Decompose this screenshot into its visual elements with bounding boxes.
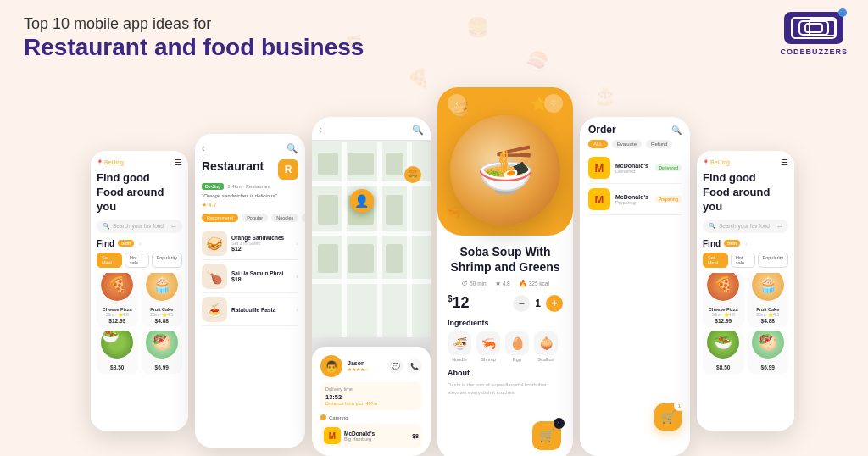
extra1-img-6: 🥗 xyxy=(703,331,744,363)
bg-decor-sushi: 🍣 xyxy=(526,51,548,73)
food-card-extra1-6[interactable]: 🥗 $8.50 xyxy=(703,331,744,374)
rest-item-img-pasta: 🍝 xyxy=(202,297,227,322)
ingr-egg-img: 🥚 xyxy=(505,331,529,355)
phones-container: BeiJing ☰ Find goodFood around you Searc… xyxy=(85,76,800,456)
tag-set-meal-6[interactable]: Set Meal xyxy=(703,253,728,268)
map-user-stars: ★★★★☆ xyxy=(348,366,383,372)
soba-ingredients: 🍜 Noodle 🦐 Shrimp 🥚 Egg 🧅 xyxy=(448,331,563,362)
tag-hot-sale-6[interactable]: Hot sale xyxy=(731,253,755,268)
order-tab-refund[interactable]: Refund xyxy=(646,140,672,148)
logo-text: CODEBUZZERS xyxy=(780,47,848,56)
header-subtitle: Top 10 mobile app ideas for xyxy=(24,15,364,33)
tag-popularity-1[interactable]: Popularity xyxy=(152,253,182,268)
salad-circle-1: 🥗 xyxy=(101,331,133,359)
tab-popular[interactable]: Popular xyxy=(242,214,268,222)
restaurant-back-btn[interactable]: ‹ xyxy=(202,142,205,154)
map-search-icon[interactable]: 🔍 xyxy=(412,125,424,136)
food-card-cake-1[interactable]: 🧁 Fruit Cake 20m · ⭐4.5 $4.88 xyxy=(142,273,183,327)
order-item-2[interactable]: M McDonald's Preparing · Preparing xyxy=(588,184,682,215)
phone-1: BeiJing ☰ Find goodFood around you Searc… xyxy=(91,151,188,431)
food-card-salad-1[interactable]: 🥗 $8.50 xyxy=(97,331,138,374)
order-header: Order 🔍 xyxy=(580,117,690,140)
restaurant-quote: "Orange sandwiches is delicious" xyxy=(195,193,305,198)
map-chat-btn[interactable]: 💬 xyxy=(388,359,403,374)
food-card-pizza-6[interactable]: 🍕 Cheese Pizza 50m · ⭐4.8 $12.99 xyxy=(703,273,744,327)
rest-item-name-pasta: Ratatouille Pasta xyxy=(231,307,292,313)
pizza-price-6: $12.99 xyxy=(703,318,744,324)
tag-set-meal-1[interactable]: Set Meal xyxy=(97,253,122,268)
order-item-sub-2: Preparing · xyxy=(615,200,650,205)
phone-4-content: ‹ ♡ 🍜 ⭐ 🦐 🍜 Soba Soup WithShrimp and Gre… xyxy=(437,87,573,456)
ingr-shrimp-name: Shrimp xyxy=(481,357,495,362)
status-badge-1: Delivered xyxy=(655,164,682,171)
map-back-btn[interactable]: ‹ xyxy=(319,124,322,136)
map-phone-btn[interactable]: 📞 xyxy=(407,359,422,374)
soba-back-btn[interactable]: ‹ xyxy=(448,94,466,113)
order-item-info-1: McDonald's Delivered · xyxy=(615,163,650,174)
location-1: BeiJing xyxy=(97,159,124,165)
food-card-pizza-1[interactable]: 🍕 Cheese Pizza 50m · ⭐4.8 $12.99 xyxy=(97,273,138,327)
phone-2-content: ‹ 🔍 Restaurant R Be-Jing 2.4km · Restaur… xyxy=(195,134,305,448)
salad-img-1: 🥗 xyxy=(97,331,138,363)
soba-cart-btn[interactable]: 🛒 1 xyxy=(532,421,561,450)
bowl-circle-1: 🥙 xyxy=(146,331,178,359)
soba-cart-count: 1 xyxy=(554,418,565,429)
salad-price-1: $8.50 xyxy=(97,364,138,370)
food-card-cake-6[interactable]: 🧁 Fruit Cake 20m · ⭐4.5 $4.88 xyxy=(748,273,789,327)
map-bottom-card: 👨 Jason ★★★★☆ 💬 📞 Delivery time 13:52 xyxy=(312,347,431,456)
soba-bowl-img: 🍜 xyxy=(450,115,560,225)
qty-decrease-btn[interactable]: − xyxy=(513,295,530,312)
find-row-1: Find 5km › xyxy=(97,239,182,248)
soba-price: $12 xyxy=(448,294,470,312)
order-tab-all[interactable]: ALL xyxy=(588,140,608,148)
order-tabs: ALL Evaluate Refund xyxy=(580,140,690,148)
cake-circle-1: 🧁 xyxy=(146,273,178,301)
phone-1-content: BeiJing ☰ Find goodFood around you Searc… xyxy=(91,151,188,431)
menu-icon-6[interactable]: ☰ xyxy=(781,158,788,167)
map-user-info: Jason ★★★★☆ xyxy=(348,360,383,372)
food-extra-row-6: 🥗 $8.50 🥙 $6.99 xyxy=(703,331,788,374)
rest-item-name-sai: Sai Ua Samun Phrai xyxy=(231,270,292,276)
restaurant-search-icon[interactable]: 🔍 xyxy=(287,143,298,154)
order-list: M McDonald's Delivered · Delivered M McD… xyxy=(580,153,690,215)
qty-increase-btn[interactable]: + xyxy=(546,295,563,312)
restaurant-initial: R xyxy=(278,159,298,180)
tag-hot-sale-1[interactable]: Hot sale xyxy=(125,253,149,268)
search-bar-1[interactable]: Search your fav food ⇄ xyxy=(97,220,182,233)
map-user-row: 👨 Jason ★★★★☆ 💬 📞 xyxy=(320,355,422,377)
cake-img-6: 🧁 xyxy=(748,273,789,305)
menu-icon-1[interactable]: ☰ xyxy=(175,158,182,167)
rest-item-orange[interactable]: 🥪 Orange Sandwiches Set 1 in Sales $12 › xyxy=(202,227,298,260)
filter-icon-1: ⇄ xyxy=(171,223,176,230)
rest-item-info-sai: Sai Ua Samun Phrai $18 xyxy=(231,270,292,282)
tab-pizza[interactable]: Pizza xyxy=(302,214,305,222)
catering-text: Catering xyxy=(329,415,348,420)
soba-top: ‹ ♡ 🍜 ⭐ 🦐 🍜 xyxy=(437,87,573,236)
arrow-right-6: › xyxy=(745,241,747,246)
order-search-icon[interactable]: 🔍 xyxy=(671,125,682,135)
rest-item-pasta[interactable]: 🍝 Ratatouille Pasta › xyxy=(202,293,298,326)
bowl-img-1: 🥙 xyxy=(142,331,183,363)
extra2-price-6: $6.99 xyxy=(748,364,789,370)
soba-meta-row: ⏱ 50 min ★ 4.8 🔥 325 kcal xyxy=(448,280,563,287)
pizza-img-1: 🍕 xyxy=(97,273,138,305)
order-cart-float[interactable]: 🛒 1 xyxy=(654,403,682,431)
tab-noodles[interactable]: Noodles xyxy=(271,214,298,222)
order-item-1[interactable]: M McDonald's Delivered · Delivered xyxy=(588,153,682,184)
order-cart-count: 1 xyxy=(674,400,685,411)
extra1-price-6: $8.50 xyxy=(703,364,744,370)
food-card-bowl-1[interactable]: 🥙 $6.99 xyxy=(142,331,183,374)
search-bar-6[interactable]: Search your fav food ⇄ xyxy=(703,220,788,233)
map-mcd-row[interactable]: M McDonald's Big Hamburg $8 xyxy=(320,424,422,448)
logo-dot xyxy=(838,8,847,17)
soba-about-text: Dashi is the sort of super-flavorful bro… xyxy=(448,381,563,397)
tag-popularity-6[interactable]: Popularity xyxy=(758,253,788,268)
logo-svg xyxy=(798,20,829,36)
tab-recommend[interactable]: Recommend xyxy=(202,214,238,222)
soba-heart-btn[interactable]: ♡ xyxy=(544,94,563,113)
order-tab-evaluate[interactable]: Evaluate xyxy=(612,140,642,148)
distance-badge-6: 5km xyxy=(724,240,740,247)
rest-item-sai[interactable]: 🍗 Sai Ua Samun Phrai $18 › xyxy=(202,260,298,293)
phone-3: ‹ 🔍 xyxy=(312,117,431,456)
food-card-extra2-6[interactable]: 🥙 $6.99 xyxy=(748,331,789,374)
